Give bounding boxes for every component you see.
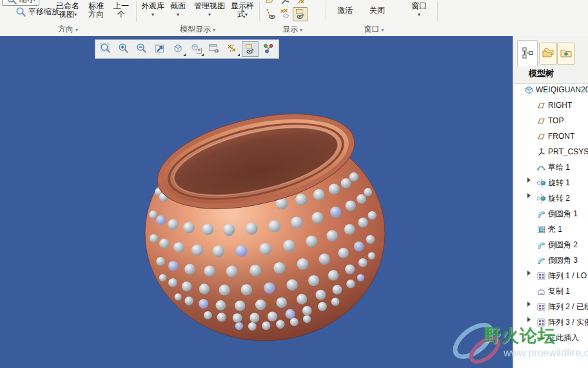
revolve-icon	[536, 194, 546, 203]
manage-views-button[interactable]: 管理视图▾	[191, 1, 228, 20]
windows-button[interactable]: 窗口▾	[404, 1, 435, 20]
shell-icon	[536, 225, 546, 234]
zoom-out-view-icon	[136, 43, 148, 56]
tree-item-草绘-1[interactable]: 草绘 1	[536, 161, 570, 173]
model-weiqi-jar[interactable]	[0, 36, 513, 368]
tree-item-label: PRT_CSYS_D	[548, 147, 588, 156]
activate-button[interactable]: 激活	[330, 3, 360, 18]
button-label: 关闭	[369, 6, 385, 15]
revolve-icon	[536, 178, 546, 188]
tree-item-label: 倒圆角 2	[548, 240, 578, 250]
folder-star-icon	[559, 46, 573, 61]
viewport-3d[interactable]	[0, 36, 513, 368]
tree-item-阵列-1-lo[interactable]: 阵列 1 / LO	[536, 270, 587, 281]
tree-item-label: 倒圆角 3	[548, 255, 578, 266]
annotation-filter-button[interactable]	[242, 41, 259, 57]
sketch-icon	[536, 163, 546, 172]
tree-item-label: TOP	[548, 116, 564, 125]
chevron-down-icon: ▾	[152, 10, 154, 19]
expander-icon[interactable]	[527, 317, 531, 322]
datum-plane-icon	[536, 132, 546, 141]
expander-icon[interactable]	[527, 302, 531, 307]
tab-model-tree[interactable]	[517, 40, 538, 66]
point-display-toggle[interactable]	[277, 7, 293, 21]
close-button[interactable]: 关闭	[362, 3, 392, 18]
tree-item-top[interactable]: TOP	[536, 115, 564, 127]
view-manager-button[interactable]	[206, 41, 222, 57]
tree-item-prt_csys_d[interactable]: PRT_CSYS_D	[536, 146, 588, 158]
round-icon	[536, 240, 546, 250]
spin-center-button[interactable]	[260, 41, 277, 57]
zoom-out-view-button[interactable]	[133, 41, 150, 57]
button-label: 激活	[337, 6, 353, 15]
saved-views-icon	[190, 43, 202, 56]
annotation-display-toggle[interactable]	[293, 7, 308, 21]
ribbon-group-label[interactable]: 显示▾	[259, 24, 326, 34]
button-label: 管理视图	[194, 2, 225, 10]
round-icon	[536, 209, 546, 219]
datum-plane-icon	[536, 116, 546, 126]
expander-icon[interactable]	[527, 193, 531, 198]
tree-item-insert-here[interactable]: 在此插入	[536, 332, 579, 343]
dropdown-corner-icon	[237, 54, 240, 56]
button-label: 窗口	[411, 2, 427, 10]
tree-item-倒圆角-2[interactable]: 倒圆角 2	[536, 239, 578, 250]
tree-item-label: 草绘 1	[548, 162, 570, 173]
sections-button[interactable]: 截面▾	[168, 1, 188, 20]
panel-title: 模型树	[529, 68, 554, 79]
ribbon-group-separator	[326, 1, 326, 21]
part-icon	[524, 85, 534, 95]
annotation-display-icon	[295, 8, 306, 21]
zoom-region-button[interactable]	[97, 41, 114, 57]
dropdown-corner-icon	[183, 54, 186, 56]
tree-item-阵列-2-已移[interactable]: 阵列 2 / 已移	[536, 301, 588, 312]
folder-browser-button[interactable]	[539, 43, 557, 65]
display-style-button[interactable]: 显示样式 ▾	[228, 1, 257, 20]
favorites-button[interactable]	[557, 43, 575, 65]
pattern-icon	[536, 271, 546, 281]
button-label: 式	[237, 10, 245, 19]
tree-item-旋转-1[interactable]: 旋转 1	[536, 177, 570, 189]
tree-item-倒圆角-3[interactable]: 倒圆角 3	[536, 254, 578, 266]
tree-item-right[interactable]: RIGHT	[536, 99, 572, 111]
chevron-down-icon: ▾	[213, 27, 215, 33]
appearance-gallery-button[interactable]: 外观库▾	[138, 1, 168, 20]
chevron-down-icon: ▾	[75, 27, 78, 33]
expander-icon[interactable]	[527, 178, 531, 183]
view-manager-icon	[208, 43, 220, 56]
display-style-view-button[interactable]	[170, 41, 186, 57]
tree-item-front[interactable]: FRONT	[536, 130, 574, 142]
viewport-floating-toolbar	[95, 39, 279, 59]
tree-item-旋转-2[interactable]: 旋转 2	[536, 192, 570, 204]
refit-button[interactable]	[152, 41, 168, 57]
tree-item-weiqiguan20[interactable]: WEIQIGUAN20	[524, 84, 588, 96]
ribbon-group-separator	[259, 1, 260, 21]
axis-display-icon	[263, 7, 276, 22]
ribbon-group-label[interactable]: 方向▾	[0, 24, 136, 34]
button-label: 视图	[59, 10, 74, 19]
chevron-down-icon: ▾	[300, 27, 302, 33]
axis-display-toggle[interactable]	[262, 7, 277, 21]
magnifier-icon	[15, 6, 26, 17]
previous-button[interactable]: 上一个	[110, 1, 133, 20]
named-views-button[interactable]: 已命名视图 ▾	[52, 1, 84, 20]
tree-item-label: RIGHT	[548, 101, 572, 110]
expander-icon[interactable]	[527, 271, 531, 276]
tree-item-复制-1[interactable]: 复制 1	[536, 285, 570, 297]
datum-display-button[interactable]	[224, 41, 240, 57]
standard-orientation-button[interactable]: 标准方向	[83, 1, 110, 20]
pattern-icon	[536, 302, 546, 312]
pattern-icon	[536, 318, 546, 327]
saved-views-button[interactable]	[188, 41, 204, 57]
ribbon-group-label[interactable]: 窗口▾	[326, 24, 422, 34]
tree-item-倒圆角-1[interactable]: 倒圆角 1	[536, 208, 578, 220]
ribbon-group-label[interactable]: 模型显示▾	[136, 24, 259, 34]
tree-item-阵列-3-实例[interactable]: 阵列 3 / 实例	[536, 316, 588, 328]
zoom-in-button[interactable]	[115, 41, 132, 57]
button-label: 外观库	[141, 2, 164, 10]
chevron-down-icon: ▾	[208, 10, 211, 19]
ribbon-group-separator	[136, 1, 137, 21]
button-label: 方向	[88, 10, 104, 19]
model-tree-panel: 模型树 WEIQIGUAN20RIGHTTOPFRONTPRT_CSYS_D草绘…	[513, 36, 588, 368]
tree-item-壳-1[interactable]: 壳 1	[536, 223, 562, 235]
